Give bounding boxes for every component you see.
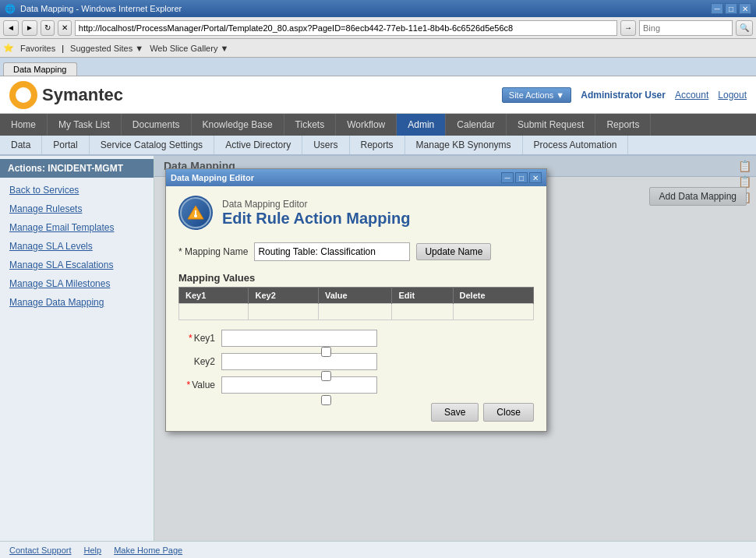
modal-dialog: Data Mapping Editor ─ □ ✕ [165, 168, 547, 432]
browser-titlebar: 🌐 Data Mapping - Windows Internet Explor… [0, 0, 756, 17]
editor-header: Data Mapping Editor Edit Rule Action Map… [178, 196, 534, 230]
modal-left-checkboxes [321, 347, 331, 405]
footer-help[interactable]: Help [84, 546, 102, 555]
restore-button[interactable]: □ [725, 3, 737, 14]
browser-tab-datamapping[interactable]: Data Mapping [3, 62, 77, 76]
nav-reports[interactable]: Reports [595, 114, 651, 136]
back-button[interactable]: ◄ [3, 20, 19, 36]
refresh-button[interactable]: ↻ [41, 20, 55, 36]
value-label: Value [178, 380, 221, 390]
col-key2: Key2 [249, 288, 318, 304]
go-button[interactable]: → [620, 20, 636, 36]
checkbox-1[interactable] [321, 347, 331, 357]
cell-value [318, 304, 392, 320]
subnav-portal[interactable]: Portal [42, 136, 89, 154]
mapping-name-row: * Mapping Name Update Name [178, 242, 534, 261]
modal-title-text: Data Mapping Editor [171, 173, 254, 182]
update-name-button[interactable]: Update Name [416, 243, 491, 260]
subnav-data[interactable]: Data [0, 136, 42, 154]
forward-button[interactable]: ► [22, 20, 37, 36]
favorites-bar: ⭐ Favorites | Suggested Sites ▼ Web Slic… [0, 39, 756, 58]
search-button[interactable]: 🔍 [736, 20, 753, 36]
sidebar-item-back-to-services[interactable]: Back to Services [0, 181, 154, 200]
cell-delete [453, 304, 533, 320]
value-row: Value [178, 376, 534, 394]
subnav-service-catalog[interactable]: Service Catalog Settings [90, 136, 214, 154]
save-button[interactable]: Save [431, 403, 479, 422]
browser-title: Data Mapping - Windows Internet Explorer [20, 4, 182, 13]
content-area: Data Mapping 📋 📋 📋 Add Data Mapping Data… [154, 156, 756, 541]
nav-home[interactable]: Home [0, 114, 48, 136]
sidebar-header: Actions: INCIDENT-MGMT [0, 159, 154, 178]
close-button[interactable]: ✕ [739, 3, 751, 14]
col-key1: Key1 [179, 288, 249, 304]
web-slice-link[interactable]: Web Slice Gallery ▼ [150, 44, 228, 53]
value-input[interactable] [221, 376, 377, 394]
address-bar[interactable] [75, 20, 617, 36]
key1-row: Key1 [178, 330, 534, 347]
nav-submit-request[interactable]: Submit Request [507, 114, 595, 136]
sidebar-item-manage-sla-levels[interactable]: Manage SLA Levels [0, 237, 154, 256]
stop-button[interactable]: ✕ [58, 20, 72, 36]
checkbox-3[interactable] [321, 395, 331, 405]
modal-minimize-button[interactable]: ─ [501, 172, 514, 183]
logo-container: Symantec [9, 81, 123, 109]
mapping-name-input[interactable] [254, 242, 410, 261]
subnav-reports[interactable]: Reports [350, 136, 405, 154]
account-link[interactable]: Account [675, 90, 708, 101]
key2-input[interactable] [221, 353, 377, 370]
site-actions-button[interactable]: Site Actions ▼ [502, 87, 571, 103]
editor-subtitle: Data Mapping Editor [222, 199, 410, 210]
svg-rect-2 [195, 210, 196, 214]
key1-input[interactable] [221, 330, 377, 347]
mapping-values-section: Mapping Values Key1 Key2 Value Edit Dele… [178, 272, 534, 320]
subnav-process-automation[interactable]: Process Automation [523, 136, 629, 154]
subnav-manage-kb[interactable]: Manage KB Synonyms [405, 136, 523, 154]
nav-workflow[interactable]: Workflow [336, 114, 397, 136]
editor-icon [178, 196, 213, 230]
checkbox-2[interactable] [321, 371, 331, 381]
modal-close-button[interactable]: ✕ [529, 172, 542, 183]
favorites-link[interactable]: Favorites [20, 44, 55, 53]
nav-documents[interactable]: Documents [122, 114, 192, 136]
cell-edit [392, 304, 453, 320]
minimize-button[interactable]: ─ [711, 3, 723, 14]
key2-label: Key2 [178, 356, 221, 367]
top-nav: Home My Task List Documents Knowledge Ba… [0, 114, 756, 136]
nav-knowledge-base[interactable]: Knowledge Base [192, 114, 284, 136]
favorites-icon: ⭐ [3, 43, 14, 53]
sub-nav: Data Portal Service Catalog Settings Act… [0, 136, 756, 156]
subnav-users[interactable]: Users [302, 136, 349, 154]
app-header: Symantec Site Actions ▼ Administrator Us… [0, 76, 756, 114]
sidebar-item-manage-data-mapping[interactable]: Manage Data Mapping [0, 293, 154, 312]
logo-inner [16, 87, 31, 103]
close-button[interactable]: Close [483, 403, 534, 422]
nav-my-task-list[interactable]: My Task List [48, 114, 122, 136]
subnav-active-directory[interactable]: Active Directory [214, 136, 302, 154]
form-actions: Save Close [178, 403, 534, 422]
search-input[interactable] [639, 20, 733, 36]
sidebar-item-manage-rulesets[interactable]: Manage Rulesets [0, 200, 154, 218]
sidebar-item-manage-email-templates[interactable]: Manage Email Templates [0, 218, 154, 237]
divider: | [62, 44, 64, 53]
logo-text: Symantec [42, 85, 123, 105]
mapping-values-title: Mapping Values [178, 272, 534, 284]
nav-tickets[interactable]: Tickets [284, 114, 337, 136]
sidebar-item-manage-sla-milestones[interactable]: Manage SLA Milestones [0, 274, 154, 293]
modal-content: Data Mapping Editor Edit Rule Action Map… [166, 186, 546, 431]
titlebar-left: 🌐 Data Mapping - Windows Internet Explor… [5, 4, 182, 14]
suggested-sites-link[interactable]: Suggested Sites ▼ [70, 44, 143, 53]
nav-admin[interactable]: Admin [397, 114, 446, 136]
col-edit: Edit [392, 288, 453, 304]
footer-make-home-page[interactable]: Make Home Page [114, 546, 182, 555]
nav-calendar[interactable]: Calendar [446, 114, 507, 136]
sidebar-item-manage-sla-escalations[interactable]: Manage SLA Escalations [0, 256, 154, 274]
logout-link[interactable]: Logout [718, 90, 747, 101]
modal-restore-button[interactable]: □ [515, 172, 528, 183]
browser-navbar: ◄ ► ↻ ✕ → 🔍 [0, 17, 756, 39]
modal-titlebar-buttons[interactable]: ─ □ ✕ [501, 172, 542, 183]
footer-contact-support[interactable]: Contact Support [9, 546, 72, 555]
table-row-empty [179, 304, 534, 320]
titlebar-buttons[interactable]: ─ □ ✕ [711, 3, 751, 14]
header-right: Site Actions ▼ Administrator User Accoun… [502, 87, 747, 103]
